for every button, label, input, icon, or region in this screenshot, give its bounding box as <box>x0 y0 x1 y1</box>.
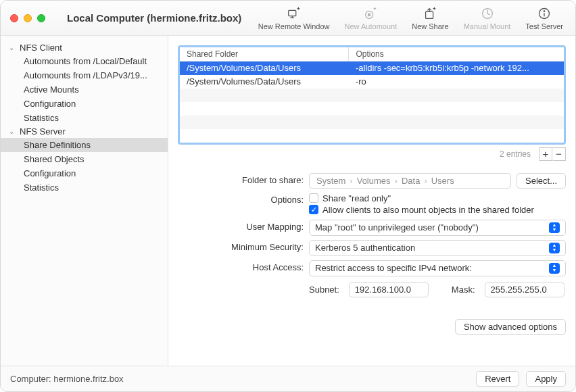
cell-folder: /System/Volumes/Data/Users <box>180 62 349 75</box>
breadcrumb-part: Volumes <box>357 176 391 186</box>
breadcrumb-part: Users <box>431 176 454 186</box>
subnet-field[interactable]: 192.168.100.0 <box>349 282 429 297</box>
cell-options: -alldirs -sec=krb5:krb5i:krb5p -network … <box>349 62 564 75</box>
sidebar-group-label: NFS Server <box>20 126 66 137</box>
host-access-label: Host Access: <box>178 260 304 272</box>
toolbar-label: New Share <box>412 22 448 30</box>
window-title: Local Computer (hermione.fritz.box) <box>67 12 241 24</box>
add-share-button[interactable]: + <box>539 147 552 161</box>
sidebar-item-automounts-local[interactable]: Automounts from /Local/Default <box>1 54 168 68</box>
minimize-button[interactable] <box>24 14 32 22</box>
sidebar-item-server-stats[interactable]: Statistics <box>1 180 168 195</box>
close-button[interactable] <box>10 14 18 22</box>
test-server-button[interactable]: Test Server <box>525 6 563 30</box>
select-value: Restrict access to specific IPv4 network… <box>315 263 472 273</box>
maximize-button[interactable] <box>37 14 45 22</box>
alldirs-checkbox[interactable]: ✓ <box>309 205 318 214</box>
manual-mount-icon <box>480 6 495 21</box>
computer-label: Computer: hermione.fritz.box <box>10 374 124 384</box>
sidebar-group-nfs-server[interactable]: ⌄ NFS Server <box>1 125 168 138</box>
chevron-updown-icon: ▲▼ <box>549 222 560 233</box>
table-row[interactable]: /System/Volumes/Data/Users -ro <box>180 75 564 89</box>
folder-breadcrumb[interactable]: System› Volumes› Data› Users <box>309 173 511 189</box>
remove-share-button[interactable]: − <box>552 147 566 161</box>
min-security-select[interactable]: Kerberos 5 authentication ▲▼ <box>309 240 566 256</box>
subnet-label: Subnet: <box>309 285 339 295</box>
cell-options: -ro <box>349 75 564 89</box>
mask-label: Mask: <box>452 285 475 295</box>
readonly-checkbox[interactable] <box>309 193 318 203</box>
column-header-folder[interactable]: Shared Folder <box>180 47 349 62</box>
select-folder-button[interactable]: Select... <box>517 173 566 189</box>
table-row-empty <box>180 89 564 102</box>
entry-count: 2 entries <box>500 149 531 159</box>
svg-rect-0 <box>288 10 295 16</box>
chevron-updown-icon: ▲▼ <box>549 263 560 274</box>
select-value: Map "root" to unprivileged user ("nobody… <box>315 222 479 232</box>
user-mapping-select[interactable]: Map "root" to unprivileged user ("nobody… <box>309 220 566 236</box>
new-automount-button: New Automount <box>345 6 398 30</box>
table-row-empty <box>180 129 564 143</box>
sidebar-item-shared-objects[interactable]: Shared Objects <box>1 152 168 166</box>
new-remote-window-button[interactable]: New Remote Window <box>258 6 330 30</box>
toolbar-label: Test Server <box>525 22 563 30</box>
table-footer: 2 entries + − <box>178 147 566 161</box>
sidebar-item-client-stats[interactable]: Statistics <box>1 111 168 125</box>
svg-point-2 <box>368 14 370 16</box>
titlebar: Local Computer (hermione.fritz.box) New … <box>1 1 575 36</box>
svg-rect-3 <box>426 11 433 18</box>
toolbar-label: New Remote Window <box>258 22 330 30</box>
chevron-updown-icon: ▲▼ <box>549 243 560 253</box>
options-label: Options: <box>178 193 304 205</box>
window-controls <box>1 14 55 22</box>
table-row[interactable]: /System/Volumes/Data/Users -alldirs -sec… <box>180 62 564 75</box>
alldirs-label: Allow clients to also mount objects in t… <box>322 205 534 215</box>
sidebar: ⌄ NFS Client Automounts from /Local/Defa… <box>1 36 168 367</box>
sidebar-item-automounts-ldap[interactable]: Automounts from /LDAPv3/19... <box>1 68 168 82</box>
column-header-options[interactable]: Options <box>349 47 564 62</box>
cell-folder: /System/Volumes/Data/Users <box>180 75 349 89</box>
status-bar: Computer: hermione.fritz.box Revert Appl… <box>1 366 575 391</box>
remote-window-icon <box>287 6 302 21</box>
readonly-label: Share "read only" <box>322 193 391 203</box>
chevron-down-icon: ⌄ <box>9 44 17 51</box>
toolbar-label: New Automount <box>345 22 398 30</box>
new-share-button[interactable]: New Share <box>412 6 448 30</box>
share-icon <box>423 6 437 21</box>
mask-field[interactable]: 255.255.255.0 <box>485 282 565 297</box>
apply-button[interactable]: Apply <box>526 371 566 387</box>
info-icon <box>537 6 552 21</box>
chevron-down-icon: ⌄ <box>9 128 17 135</box>
share-form: Folder to share: System› Volumes› Data› … <box>178 173 566 335</box>
folder-label: Folder to share: <box>178 173 304 185</box>
sidebar-group-label: NFS Client <box>20 43 62 53</box>
advanced-options-button[interactable]: Show advanced options <box>455 319 566 335</box>
sidebar-group-nfs-client[interactable]: ⌄ NFS Client <box>1 41 168 54</box>
breadcrumb-part: System <box>316 176 345 186</box>
svg-point-6 <box>544 11 545 11</box>
main-panel: Shared Folder Options /System/Volumes/Da… <box>168 36 575 367</box>
sidebar-item-active-mounts[interactable]: Active Mounts <box>1 82 168 97</box>
breadcrumb-part: Data <box>402 176 420 186</box>
select-value: Kerberos 5 authentication <box>315 243 415 253</box>
toolbar: New Remote Window New Automount New Shar… <box>258 6 575 30</box>
toolbar-label: Manual Mount <box>464 22 511 30</box>
table-row-empty <box>180 116 564 129</box>
table-row-empty <box>180 102 564 116</box>
shares-table[interactable]: Shared Folder Options /System/Volumes/Da… <box>178 45 566 145</box>
user-mapping-label: User Mapping: <box>178 220 304 232</box>
host-access-select[interactable]: Restrict access to specific IPv4 network… <box>309 260 566 276</box>
manual-mount-button: Manual Mount <box>464 6 511 30</box>
sidebar-item-client-config[interactable]: Configuration <box>1 97 168 111</box>
sidebar-item-share-definitions[interactable]: Share Definitions <box>1 138 168 152</box>
automount-icon <box>363 6 378 21</box>
sidebar-item-server-config[interactable]: Configuration <box>1 166 168 180</box>
min-security-label: Minimum Security: <box>178 240 304 252</box>
revert-button[interactable]: Revert <box>476 371 519 387</box>
